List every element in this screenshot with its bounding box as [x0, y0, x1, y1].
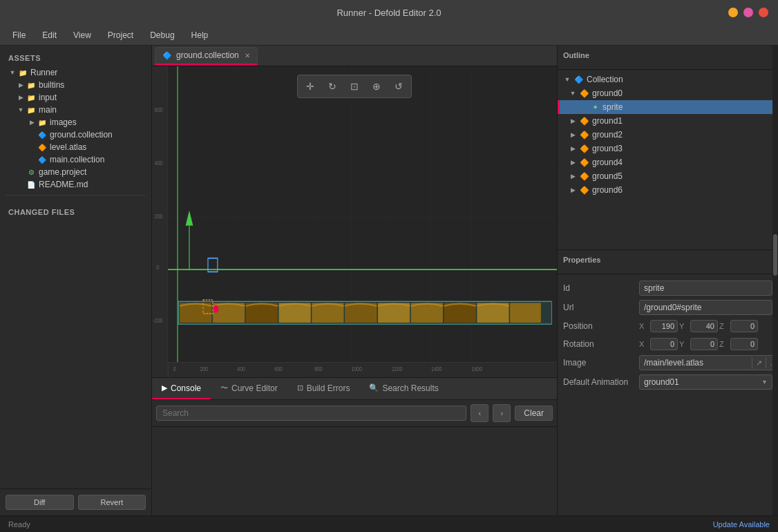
prop-id-input[interactable]: [639, 281, 772, 296]
outline-item-ground1[interactable]: ▶ 🔶 ground1: [558, 114, 778, 128]
window-controls[interactable]: [728, 8, 768, 17]
diff-button[interactable]: Diff: [6, 495, 74, 510]
build-tab-icon: ⊡: [297, 383, 303, 392]
tree-label: main.collection: [50, 155, 104, 164]
anchor-tool-button[interactable]: ⊕: [366, 77, 387, 95]
sidebar-item-images[interactable]: ▶ 📁 images: [6, 116, 146, 129]
folder-icon: 📁: [18, 68, 28, 77]
outline-label: ground0: [592, 88, 623, 98]
sidebar-item-main-collection[interactable]: ▶ 🔷 main.collection: [6, 153, 146, 166]
gear-icon: ⚙: [26, 167, 36, 177]
svg-text:200: 200: [200, 365, 208, 373]
reset-tool-button[interactable]: ↺: [388, 77, 409, 95]
outline-label: sprite: [603, 102, 623, 112]
outline-item-ground3[interactable]: ▶ 🔶 ground3: [558, 142, 778, 155]
tree-label: ground.collection: [50, 130, 113, 140]
menu-project[interactable]: Project: [101, 28, 140, 43]
expand-arrow: ▶: [569, 144, 577, 153]
prop-image-input[interactable]: [640, 356, 752, 370]
svg-text:800: 800: [314, 365, 323, 373]
prop-rotation-x-input[interactable]: [650, 338, 678, 350]
console-next-button[interactable]: ›: [493, 404, 511, 422]
outline-item-ground4[interactable]: ▶ 🔶 ground4: [558, 155, 778, 169]
menu-view[interactable]: View: [66, 28, 98, 43]
prop-default-anim-dropdown[interactable]: ground01 ▼: [639, 374, 772, 390]
tab-console[interactable]: ▶ Console: [152, 378, 211, 399]
ground-icon: 🔶: [580, 88, 589, 98]
svg-rect-40: [246, 303, 278, 323]
outline-item-ground6[interactable]: ▶ 🔶 ground6: [558, 183, 778, 197]
sidebar-item-input[interactable]: ▶ 📁 input: [6, 91, 146, 104]
outline-item-ground0[interactable]: ▼ 🔶 ground0: [558, 86, 778, 100]
sidebar-item-builtins[interactable]: ▶ 📁 builtins: [6, 79, 146, 91]
tab-curve-editor[interactable]: 〜 Curve Editor: [211, 378, 287, 399]
doc-icon: 📄: [26, 180, 36, 189]
rotate-tool-button[interactable]: ↻: [322, 77, 343, 95]
build-tab-label: Build Errors: [307, 383, 350, 393]
outline-label: ground3: [592, 144, 623, 153]
tree-label: images: [50, 117, 77, 127]
sidebar-divider: [6, 195, 146, 196]
minimize-button[interactable]: [728, 8, 738, 17]
svg-rect-46: [444, 303, 476, 323]
sidebar-item-main[interactable]: ▼ 📁 main: [6, 104, 146, 116]
console-clear-button[interactable]: Clear: [515, 406, 553, 421]
outline-item-ground5[interactable]: ▶ 🔶 ground5: [558, 169, 778, 183]
svg-text:1600: 1600: [472, 365, 483, 373]
tree-label: Runner: [30, 68, 57, 77]
update-available-link[interactable]: Update Available: [713, 520, 770, 529]
close-button[interactable]: [759, 8, 768, 17]
folder-icon: 📁: [26, 105, 36, 115]
center-panel: 🔷 ground.collection ✕ ✛ ↻ ⊡ ⊕ ↺: [152, 46, 557, 515]
right-scrollbar[interactable]: [772, 46, 778, 515]
prop-row-default-anim: Default Animation ground01 ▼: [563, 372, 772, 392]
menu-file[interactable]: File: [6, 28, 32, 43]
collection-icon: 🔷: [37, 130, 47, 140]
tab-build-errors[interactable]: ⊡ Build Errors: [287, 378, 360, 399]
prop-rotation-inputs: X Y Z: [639, 338, 772, 350]
svg-rect-47: [477, 303, 509, 323]
prop-url-input[interactable]: [639, 300, 772, 315]
ground-icon: 🔶: [580, 171, 589, 181]
editor-tab-bar: 🔷 ground.collection ✕: [152, 46, 557, 66]
revert-button[interactable]: Revert: [78, 495, 146, 510]
sidebar-item-level-atlas[interactable]: ▶ 🔶 level.atlas: [6, 141, 146, 153]
prop-position-y-input[interactable]: [690, 320, 718, 332]
prop-rotation-z-input[interactable]: [730, 338, 758, 350]
prop-position-label: Position: [563, 321, 639, 331]
editor-canvas[interactable]: ✛ ↻ ⊡ ⊕ ↺ 0 200 400: [152, 66, 557, 377]
properties-header: Properties: [558, 250, 778, 274]
folder-icon: 📁: [26, 93, 36, 102]
console-search-input[interactable]: [156, 406, 466, 421]
axis-x-label: X: [639, 322, 647, 330]
changed-files-title: Changed Files: [6, 205, 146, 220]
properties-section: Properties Id Url: [558, 249, 778, 396]
tab-search-results[interactable]: 🔍 Search Results: [359, 378, 448, 399]
outline-item-sprite[interactable]: ▶ ✦ sprite: [558, 100, 778, 114]
sidebar-bottom-buttons: Diff Revert: [0, 488, 151, 515]
move-tool-button[interactable]: ✛: [300, 77, 321, 95]
tab-close-button[interactable]: ✕: [245, 52, 250, 59]
prop-position-x-input[interactable]: [650, 320, 678, 332]
svg-text:600: 600: [155, 106, 163, 114]
sidebar-item-ground-collection[interactable]: ▶ 🔷 ground.collection: [6, 129, 146, 141]
prop-position-z-input[interactable]: [730, 320, 758, 332]
menu-debug[interactable]: Debug: [143, 28, 181, 43]
sidebar-item-game-project[interactable]: ▶ ⚙ game.project: [6, 166, 146, 178]
menu-edit[interactable]: Edit: [35, 28, 64, 43]
prop-image-link-button[interactable]: ↗: [752, 357, 766, 369]
tab-ground-collection[interactable]: 🔷 ground.collection ✕: [155, 47, 258, 65]
canvas-viewport[interactable]: 0 200 400 600 800 1000 1200 1400 1600 60…: [152, 66, 557, 377]
menu-help[interactable]: Help: [184, 28, 216, 43]
outline-item-collection[interactable]: ▼ 🔷 Collection: [558, 73, 778, 86]
bottom-panel: ▶ Console 〜 Curve Editor ⊡ Build Errors …: [152, 377, 557, 515]
console-prev-button[interactable]: ‹: [471, 404, 488, 422]
sidebar-item-readme[interactable]: ▶ 📄 README.md: [6, 178, 146, 191]
scale-tool-button[interactable]: ⊡: [344, 77, 365, 95]
sidebar-item-runner[interactable]: ▼ 📁 Runner: [6, 66, 146, 79]
tree-label: level.atlas: [50, 142, 86, 152]
maximize-button[interactable]: [743, 8, 753, 17]
scrollbar-thumb[interactable]: [773, 234, 777, 276]
outline-item-ground2[interactable]: ▶ 🔶 ground2: [558, 128, 778, 142]
prop-rotation-y-input[interactable]: [690, 338, 718, 350]
